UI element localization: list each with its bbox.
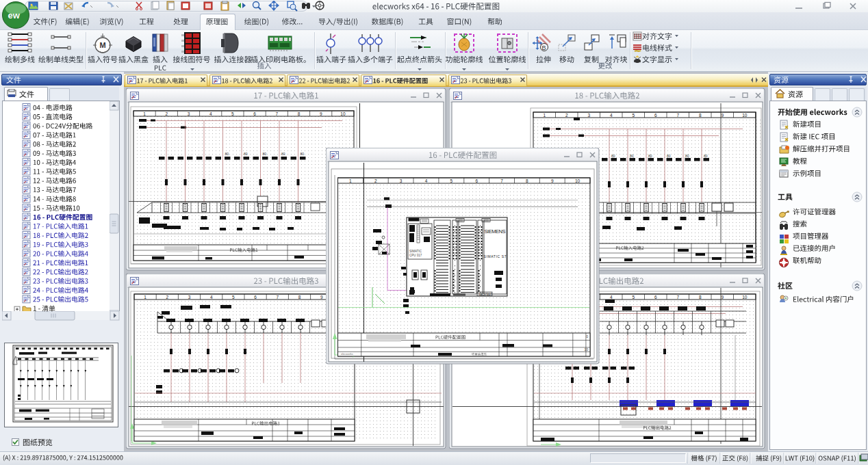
svg-text:SIMATIC S7: SIMATIC S7 — [484, 254, 507, 258]
svg-text:6: 6 — [253, 111, 256, 116]
svg-text:7: 7 — [676, 295, 679, 300]
svg-text:80: 80 — [281, 152, 285, 156]
svg-text:8: 8 — [526, 178, 528, 183]
svg-text:5: 5 — [450, 178, 452, 183]
svg-text:2: 2 — [165, 111, 168, 116]
svg-text:7: 7 — [676, 113, 679, 118]
svg-text:elecworks: elecworks — [341, 352, 353, 356]
svg-text:7: 7 — [276, 295, 279, 300]
svg-text:7: 7 — [500, 178, 503, 183]
svg-text:10: 10 — [742, 113, 748, 118]
svg-text:10: 10 — [584, 347, 588, 351]
svg-text:SIEMENS: SIEMENS — [485, 228, 506, 235]
svg-text:3: 3 — [400, 178, 403, 183]
svg-text:9: 9 — [320, 111, 322, 116]
svg-text:2: 2 — [166, 295, 168, 300]
svg-text:6: 6 — [475, 178, 478, 183]
svg-text:5: 5 — [231, 111, 234, 116]
svg-text:9: 9 — [320, 295, 323, 300]
svg-text:4: 4 — [209, 111, 212, 116]
svg-text:CPU 317: CPU 317 — [409, 254, 422, 257]
svg-text:3: 3 — [188, 111, 190, 116]
svg-text:0: 0 — [586, 334, 588, 338]
svg-text:80: 80 — [611, 154, 615, 158]
svg-text:80: 80 — [225, 152, 229, 156]
svg-text:10: 10 — [742, 295, 748, 300]
svg-text:4: 4 — [610, 295, 613, 300]
svg-text:4: 4 — [610, 113, 613, 118]
svg-text:80: 80 — [630, 154, 634, 158]
svg-text:1: 1 — [543, 113, 546, 118]
svg-text:2: 2 — [565, 113, 568, 118]
svg-text:9: 9 — [551, 178, 554, 183]
svg-text:2: 2 — [374, 178, 377, 183]
svg-text:6ES7307: 6ES7307 — [479, 293, 492, 296]
svg-text:1: 1 — [349, 178, 352, 183]
svg-text:8: 8 — [699, 113, 702, 118]
svg-text:5: 5 — [232, 295, 235, 300]
svg-text:4: 4 — [425, 178, 428, 183]
svg-text:1: 1 — [143, 111, 146, 116]
svg-text:6: 6 — [254, 295, 257, 300]
svg-text:8: 8 — [298, 295, 301, 300]
svg-text:3: 3 — [587, 113, 590, 118]
svg-text:6: 6 — [654, 295, 657, 300]
svg-text:10: 10 — [575, 178, 580, 183]
svg-text:80: 80 — [704, 154, 708, 158]
svg-text:3: 3 — [188, 295, 191, 300]
svg-text:6: 6 — [654, 113, 657, 118]
svg-text:9: 9 — [721, 113, 724, 118]
svg-text:80: 80 — [244, 152, 248, 156]
svg-text:8: 8 — [699, 295, 702, 300]
svg-text:9: 9 — [721, 295, 724, 300]
svg-text:5: 5 — [632, 113, 635, 118]
svg-text:SIMATIC: SIMATIC — [409, 250, 422, 253]
svg-text:4: 4 — [210, 295, 213, 300]
svg-text:8: 8 — [298, 111, 301, 116]
svg-text:80: 80 — [263, 152, 267, 156]
svg-text:10: 10 — [340, 111, 346, 116]
svg-text:5: 5 — [632, 295, 635, 300]
svg-text:7: 7 — [275, 111, 278, 116]
svg-text:80: 80 — [667, 154, 671, 158]
svg-text:80: 80 — [301, 152, 305, 156]
svg-text:80: 80 — [648, 154, 652, 158]
svg-text:1: 1 — [144, 295, 146, 300]
svg-text:80: 80 — [685, 154, 689, 158]
